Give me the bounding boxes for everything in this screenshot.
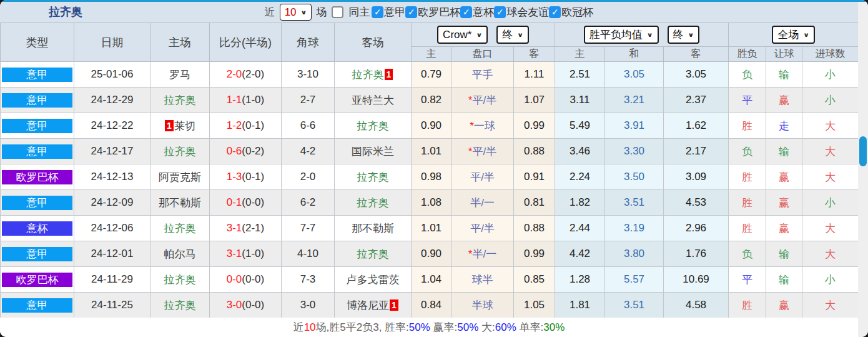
full-time-score: 0-6 <box>227 145 242 157</box>
home-team-cell: 拉齐奥 <box>150 216 210 241</box>
odds-home-cell: 0.82 <box>412 88 451 113</box>
goals-cell: 大 <box>802 241 859 267</box>
away-team-name: 拉齐奥 <box>357 248 389 260</box>
league-checkbox[interactable]: ✓ <box>494 6 506 18</box>
handicap-cell: *平/半 <box>451 139 514 164</box>
same-home-checkbox[interactable] <box>332 6 343 18</box>
goals-cell: 小 <box>802 190 859 216</box>
odds-home-cell: 0.90 <box>412 113 451 139</box>
handicap-cell: 平手 <box>451 62 514 88</box>
odds-final-select[interactable]: 终 ∨ <box>496 26 529 44</box>
league-checkbox[interactable]: ✓ <box>372 6 383 18</box>
sub-header-goals: 进球数 <box>802 47 859 62</box>
goals-cell: 大 <box>802 113 859 139</box>
match-row: 意甲25-01-06罗马2-0(2-0)3-10拉齐奥10.79平手1.112.… <box>1 62 859 88</box>
goals-cell: 大 <box>802 139 859 164</box>
odds-away-cell: 0.85 <box>514 267 555 293</box>
result-cell: 负 <box>729 241 766 267</box>
type-cell: 欧罗巴杯 <box>1 267 74 293</box>
near-label: 近 <box>265 5 275 19</box>
type-cell: 意甲 <box>1 241 74 267</box>
score-cell: 3-0(0-0) <box>210 293 282 318</box>
away-team-name: 拉齐奥 <box>357 197 389 209</box>
match-stats-panel: 拉齐奥 近 10 ∨ 场 同主 ✓意甲✓欧罗巴杯✓意杯✓球会友谊✓欧冠杯 类型 … <box>0 0 868 337</box>
filter-controls: 近 10 ∨ 场 同主 ✓意甲✓欧罗巴杯✓意杯✓球会友谊✓欧冠杯 <box>0 2 858 23</box>
sub-header-avg-home: 主 <box>555 47 605 62</box>
match-row: 意甲24-12-29拉齐奥1-1(1-0)2-7亚特兰大0.82*平/半1.07… <box>1 88 859 113</box>
sub-header-handicap: 盘口 <box>451 47 514 62</box>
away-team-name: 拉齐奥 <box>357 120 389 132</box>
near-count-select[interactable]: 10 ∨ <box>280 4 312 21</box>
handicap-result-cell: 输 <box>766 267 802 293</box>
result-cell: 平 <box>729 267 766 293</box>
avg-odds-select[interactable]: 胜平负均值 ∨ <box>584 26 659 44</box>
competition-badge: 欧罗巴杯 <box>2 170 72 184</box>
avg-away-cell: 2.37 <box>664 88 729 113</box>
goals-cell: 小 <box>802 267 859 293</box>
score-cell: 1-2(0-1) <box>210 113 282 139</box>
half-time-score: (0-1) <box>242 171 264 183</box>
league-checkbox[interactable]: ✓ <box>549 6 561 18</box>
home-team-cell: 拉齐奥 <box>150 293 210 318</box>
goals-cell: 大 <box>802 164 859 190</box>
odds-home-cell: 1.08 <box>412 190 451 216</box>
away-team-cell: 拉齐奥1 <box>335 62 412 88</box>
scrollbar-track[interactable] <box>858 2 868 337</box>
col-header-corner: 角球 <box>282 23 335 62</box>
type-cell: 欧罗巴杯 <box>1 164 74 190</box>
footer-segment: 50% <box>457 321 478 334</box>
home-team-cell: 拉齐奥 <box>150 139 210 164</box>
away-team-name: 卢多戈雷茨 <box>347 274 400 286</box>
handicap-result-cell: 输 <box>766 139 802 164</box>
half-time-score: (2-1) <box>242 222 264 234</box>
col-header-score: 比分(半场) <box>210 23 282 62</box>
home-team-cell: 帕尔马 <box>150 241 210 267</box>
away-team-name: 国际米兰 <box>352 146 394 158</box>
chevron-down-icon: ∨ <box>301 9 307 16</box>
col-header-date: 日期 <box>74 23 150 62</box>
avg-draw-cell: 3.80 <box>605 241 664 267</box>
full-time-score: 1-2 <box>227 119 242 131</box>
home-team-cell: 1莱切 <box>150 113 210 139</box>
sub-header-avg-away: 客 <box>664 47 729 62</box>
half-time-score: (0-0) <box>242 196 264 208</box>
avg-home-cell: 3.46 <box>555 139 605 164</box>
footer-segment: 单率: <box>516 320 543 334</box>
chevron-down-icon: ∨ <box>688 31 694 38</box>
away-team-cell: 亚特兰大 <box>335 88 412 113</box>
footer-segment: 30% <box>543 321 565 334</box>
odds-away-cell: 1.05 <box>514 293 555 318</box>
away-team-cell: 拉齐奥 <box>335 113 412 139</box>
away-team-name: 那不勒斯 <box>352 223 394 234</box>
handicap-cell: 半球 <box>451 293 514 318</box>
home-team-name: 帕尔马 <box>164 248 196 260</box>
odds-away-cell: 0.91 <box>514 164 555 190</box>
match-row: 意甲24-12-221莱切1-2(0-1)6-6拉齐奥0.90*一球0.995.… <box>1 113 859 139</box>
footer-segment: 近 <box>293 320 304 334</box>
away-team-cell: 国际米兰 <box>335 139 412 164</box>
odds-company-select[interactable]: Crow* ∨ <box>437 26 488 44</box>
home-team-name: 莱切 <box>174 120 195 132</box>
avg-away-cell: 3.09 <box>664 164 729 190</box>
league-checkbox[interactable]: ✓ <box>460 6 472 18</box>
odds-home-cell: 0.90 <box>412 241 451 267</box>
home-team-name: 那不勒斯 <box>159 197 201 209</box>
score-cell: 0-0(0-0) <box>210 267 282 293</box>
odds-final-value: 终 <box>502 28 513 42</box>
away-team-cell: 博洛尼亚1 <box>335 293 412 318</box>
handicap-result-cell: 赢 <box>766 293 802 318</box>
scrollbar-thumb[interactable] <box>859 136 867 166</box>
corner-cell: 2-0 <box>282 164 335 190</box>
away-team-cell: 拉齐奥 <box>335 164 412 190</box>
col-header-type: 类型 <box>1 23 74 62</box>
match-row: 欧罗巴杯24-11-29拉齐奥0-0(0-0)7-3卢多戈雷茨1.04球半0.8… <box>1 267 859 293</box>
date-cell: 24-12-13 <box>74 164 150 190</box>
league-checkbox[interactable]: ✓ <box>405 6 417 18</box>
date-cell: 24-12-29 <box>74 88 150 113</box>
period-select[interactable]: 全场 ∨ <box>772 26 815 44</box>
avg-odds-value: 胜平负均值 <box>589 28 643 42</box>
competition-badge: 欧罗巴杯 <box>2 273 72 287</box>
match-row: 意甲24-12-09那不勒斯0-1(0-0)6-2拉齐奥1.08半/一0.811… <box>1 190 859 216</box>
avg-final-select[interactable]: 终 ∨ <box>668 26 700 44</box>
top-bar: 拉齐奥 近 10 ∨ 场 同主 ✓意甲✓欧罗巴杯✓意杯✓球会友谊✓欧冠杯 <box>0 2 858 23</box>
